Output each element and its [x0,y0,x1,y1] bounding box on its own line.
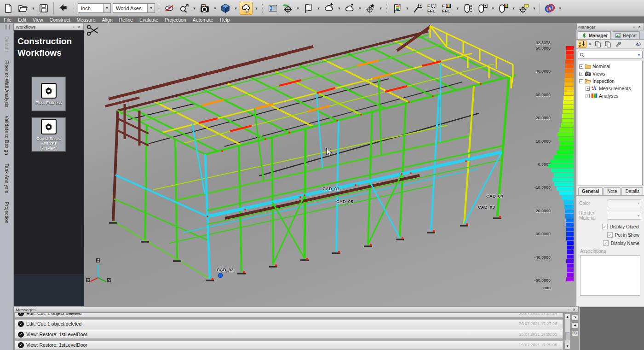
open-project-caret[interactable]: ▾ [31,6,35,11]
annotation-flag-icon[interactable] [302,2,315,15]
scroll-thumb[interactable] [565,332,569,340]
eraser-icon[interactable] [634,40,643,48]
axes-combobox-arrow[interactable]: ▾ [147,4,155,12]
left-tab-tank-analysis[interactable]: Tank Analysis [4,163,9,193]
target-star-icon[interactable] [364,2,377,15]
view-cube-caret[interactable]: ▾ [234,6,238,11]
left-tab-projection[interactable]: Projection [4,202,9,223]
viewport-3d[interactable]: Z X Y CAD_01CAD_05CAD_02CAD_03CAD_04 92.… [84,23,576,306]
menu-item-view[interactable]: View [33,17,43,23]
sort-caret[interactable]: ▾ [588,42,592,47]
pin-icon[interactable]: ▫ [566,307,571,312]
split-view-icon[interactable] [266,2,279,15]
snapshot-camera-icon[interactable] [198,2,211,15]
sort-icon[interactable]: AZ [578,40,586,48]
messages-scrollbar[interactable]: ▲ ▼ [564,314,570,349]
survey-sphere[interactable] [218,273,223,278]
tree-expander[interactable]: + [586,87,590,91]
cylinder-colormap-caret[interactable]: ▾ [512,6,516,11]
cad-label-cad_02[interactable]: CAD_02 [217,267,233,272]
tree-item-nominal[interactable]: +Nominal [579,63,641,70]
cylinder-measure-icon[interactable] [461,2,474,15]
zoom-tool-icon[interactable] [178,2,190,15]
pick-point-cloud-caret[interactable]: ▾ [254,6,259,11]
search-dropdown-icon[interactable]: ▼ [637,53,641,57]
cylinder-extract-caret[interactable]: ▾ [491,6,495,11]
scissors-icon[interactable] [87,25,98,35]
tree-item-analyses[interactable]: +Analyses [579,92,641,99]
close-icon[interactable]: × [76,24,82,29]
pick-point-cloud-icon[interactable] [240,2,253,15]
tree-item-measurements[interactable]: +Measurements [579,85,641,92]
tree-expander[interactable]: + [579,72,583,76]
tab-report[interactable]: Report [612,31,640,39]
message-row[interactable]: Edit: Cut: 1 object deleted26.07.2021 17… [15,319,563,328]
floor-flatness-frame-icon[interactable]: FFFL [426,2,439,15]
tab-details[interactable]: Details [621,187,643,195]
checkbox-put-in-show[interactable]: ✓ [607,232,613,238]
left-tab-validate-to-design[interactable]: Validate to Design [4,116,9,155]
wrench-icon[interactable] [614,40,622,48]
message-row[interactable]: Edit: Cut: 1 object deleted26.07.2021 17… [15,313,563,318]
manager-search[interactable]: ▼ [578,51,643,59]
menu-item-edit[interactable]: Edit [18,17,26,23]
menu-item-projection[interactable]: Projection [165,17,186,23]
tab-note[interactable]: Note [604,187,621,195]
menu-item-evaluate[interactable]: Evaluate [139,17,158,23]
target-star-caret[interactable]: ▾ [379,6,383,11]
tree-expander[interactable]: - [579,79,583,83]
grip-handle[interactable] [4,25,10,29]
colormap-flag-caret[interactable]: ▾ [405,6,409,11]
scroll-down-icon[interactable]: ▼ [565,344,570,349]
open-project-icon[interactable] [17,2,29,15]
view-cube-icon[interactable] [219,2,232,15]
menu-item-measure[interactable]: Measure [77,17,96,23]
pin-icon[interactable]: ▫ [71,24,76,29]
tree-expander[interactable]: + [579,64,583,69]
floor-flatness-button[interactable]: Floor Flatness [32,77,66,111]
close-icon[interactable]: × [571,307,577,312]
duplicate-icon[interactable] [604,40,612,48]
target-tag-caret[interactable]: ▾ [532,6,536,11]
close-icon[interactable]: × [637,24,642,29]
color-select[interactable]: ▾ [608,199,641,207]
render-material-select[interactable]: ▾ [608,212,641,220]
unit-combobox[interactable]: Inch ▾ [78,3,111,13]
search-input[interactable] [585,52,637,58]
associations-list[interactable] [580,255,640,296]
target-tag-icon[interactable] [518,2,530,15]
pin-icon[interactable]: ▫ [631,24,637,29]
menu-item-automate[interactable]: Automate [193,17,213,23]
export-log-icon[interactable]: ↷ [572,315,578,321]
floor-flatness-colormap-icon[interactable]: FFFL [441,2,454,15]
cad-label-cad_05[interactable]: CAD_05 [336,199,353,204]
menu-item-align[interactable]: Align [102,17,112,23]
collapse-log-icon[interactable]: ◄ [572,322,578,328]
left-tab-floor-or-wall-analysis[interactable]: Floor or Wall Analysis [4,60,9,107]
tree-expander[interactable]: + [586,94,590,98]
save-icon[interactable] [37,2,50,15]
cloud-add-icon[interactable] [322,2,335,15]
object-based-analysis-button[interactable]: Object Based Analysis (Preview) [32,117,66,152]
menu-item-construct[interactable]: Construct [50,17,70,23]
cylinder-colormap-icon[interactable] [497,2,510,15]
cloud-add-caret[interactable]: ▾ [337,6,341,11]
unit-combobox-arrow[interactable]: ▾ [103,4,110,12]
cad-label-cad_03[interactable]: CAD_03 [478,204,494,210]
left-tab-default[interactable]: Default [4,36,9,52]
tree-item-inspection[interactable]: -Inspection [579,77,641,85]
message-row[interactable]: View: Restore: 1stLevelDoor26.07.2021 17… [15,330,563,339]
tree-item-views[interactable]: +Views [579,70,641,77]
new-document-icon[interactable] [2,2,15,15]
message-row[interactable]: View: Restore: 1stLevelDoor26.07.2021 17… [15,340,563,350]
polyworks-logo-caret[interactable]: ▾ [558,6,562,11]
zoom-tool-caret[interactable]: ▾ [192,6,196,11]
floor-flatness-colormap-caret[interactable]: ▾ [455,6,460,11]
cloud-extract-icon[interactable] [343,2,356,15]
undo-icon[interactable] [57,2,70,15]
axes-combobox[interactable]: World Axes ▾ [113,3,155,13]
annotation-flag-caret[interactable]: ▾ [316,6,321,11]
polyworks-logo-icon[interactable] [543,2,556,15]
move-anchor-icon[interactable] [281,2,294,15]
copy-icon[interactable] [593,40,602,48]
